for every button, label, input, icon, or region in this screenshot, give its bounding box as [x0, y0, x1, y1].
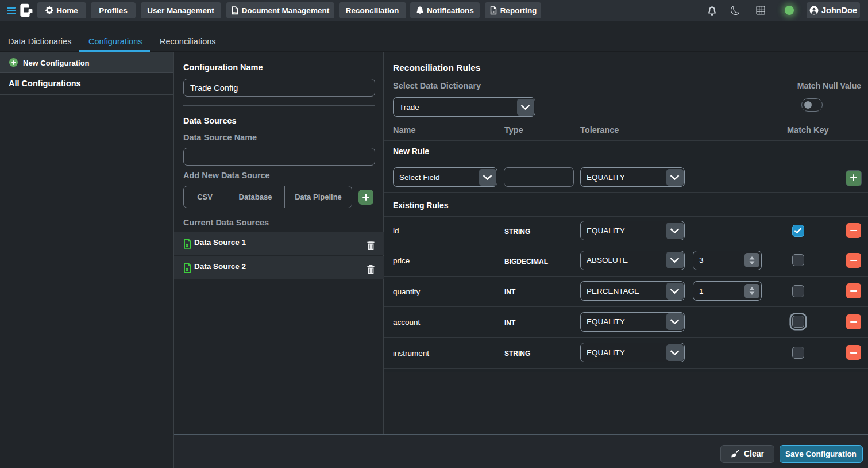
svg-text:csv: csv [233, 10, 238, 14]
